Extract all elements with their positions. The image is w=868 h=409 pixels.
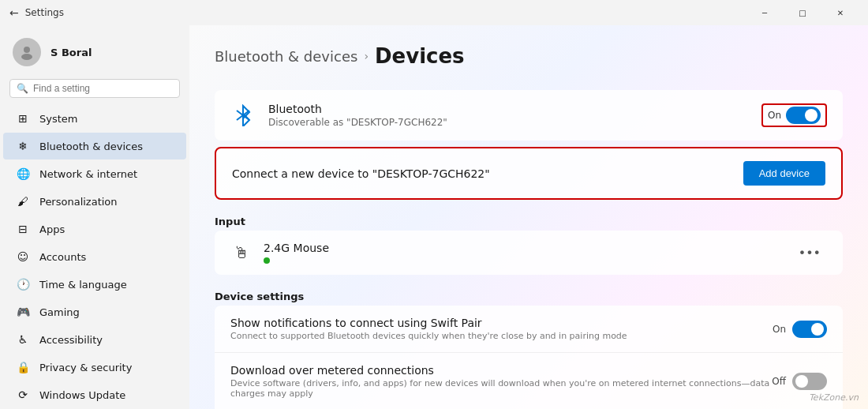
user-name: S Boral [51,47,92,58]
content-area: Bluetooth & devices › Devices Bluetooth … [189,25,868,409]
titlebar-controls: ─ □ ✕ [746,0,859,25]
swift-pair-toggle[interactable] [792,321,827,338]
network-icon: 🌐 [16,167,30,181]
sidebar-item-label-accessibility: Accessibility [39,334,103,346]
device-name: 2.4G Mouse [264,242,781,254]
search-box[interactable]: 🔍 [9,79,180,98]
bluetooth-icon: ❄ [16,139,30,153]
close-button[interactable]: ✕ [822,0,859,25]
sidebar-item-label-personalization: Personalization [39,196,118,208]
bluetooth-icon [230,103,256,128]
sidebar-item-time[interactable]: 🕐Time & language [3,271,186,298]
maximize-button[interactable]: □ [784,0,821,25]
swift-pair-control[interactable]: On [773,321,827,338]
add-device-button[interactable]: Add device [743,161,825,186]
breadcrumb: Bluetooth & devices › Devices [215,44,843,68]
metered-desc: Device software (drivers, info, and apps… [230,378,772,399]
bluetooth-info: Bluetooth Discoverable as "DESKTOP-7GCH6… [268,103,749,128]
titlebar: ← Settings ─ □ ✕ [0,0,868,25]
privacy-icon: 🔒 [16,360,30,374]
bluetooth-toggle-container[interactable]: On [761,103,827,127]
sidebar-item-label-apps: Apps [39,223,65,235]
sidebar-item-label-system: System [39,113,77,125]
swift-pair-title: Show notifications to connect using Swif… [230,317,773,329]
system-icon: ⊞ [16,111,30,126]
gaming-icon: 🎮 [16,305,30,319]
bluetooth-toggle[interactable] [786,107,821,124]
sidebar-item-personalization[interactable]: 🖌Personalization [3,188,186,215]
sidebar: S Boral 🔍 ⊞System❄Bluetooth & devices🌐Ne… [0,25,189,409]
sidebar-item-system[interactable]: ⊞System [3,105,186,132]
sidebar-item-privacy[interactable]: 🔒Privacy & security [3,354,186,381]
main-layout: S Boral 🔍 ⊞System❄Bluetooth & devices🌐Ne… [0,25,868,409]
sidebar-item-network[interactable]: 🌐Network & internet [3,160,186,187]
sidebar-item-bluetooth[interactable]: ❄Bluetooth & devices [3,133,186,159]
breadcrumb-separator: › [364,50,369,62]
sidebar-item-gaming[interactable]: 🎮Gaming [3,298,186,325]
sidebar-item-apps[interactable]: ⊟Apps [3,216,186,242]
mouse-icon: 🖱 [230,242,253,264]
sidebar-item-label-network: Network & internet [39,168,137,180]
svg-point-1 [21,54,32,60]
device-status-dot [264,257,270,264]
titlebar-left: ← Settings [9,6,64,19]
sidebar-item-accounts[interactable]: ☺Accounts [3,243,186,270]
input-section-header: Input [215,216,843,227]
sidebar-item-label-gaming: Gaming [39,306,80,318]
avatar [13,38,41,66]
watermark: TekZone.vn [809,392,859,403]
accounts-icon: ☺ [16,250,30,264]
minimize-button[interactable]: ─ [746,0,783,25]
bluetooth-card: Bluetooth Discoverable as "DESKTOP-7GCH6… [215,90,843,141]
metered-info: Download over metered connections Device… [230,364,772,399]
metered-toggle-label: Off [772,376,786,387]
device-more-button[interactable]: ••• [792,242,827,264]
device-settings-section: Show notifications to connect using Swif… [215,306,843,409]
swift-pair-toggle-label: On [773,324,786,335]
swift-pair-info: Show notifications to connect using Swif… [230,317,773,341]
swift-pair-desc: Connect to supported Bluetooth devices q… [230,331,773,341]
sidebar-item-label-bluetooth: Bluetooth & devices [39,141,143,152]
breadcrumb-current: Devices [375,44,465,68]
apps-icon: ⊟ [16,222,30,236]
user-profile[interactable]: S Boral [0,32,189,79]
metered-title: Download over metered connections [230,364,772,377]
time-icon: 🕐 [16,277,30,291]
breadcrumb-parent[interactable]: Bluetooth & devices [215,48,357,65]
search-icon: 🔍 [17,83,28,94]
personalization-icon: 🖌 [16,194,30,208]
device-card: 🖱 2.4G Mouse ••• [215,231,843,275]
sidebar-item-update[interactable]: ⟳Windows Update [3,381,186,408]
swift-pair-row: Show notifications to connect using Swif… [215,306,843,353]
update-icon: ⟳ [16,388,30,402]
search-input[interactable] [33,83,173,94]
titlebar-title: Settings [25,7,64,18]
device-info: 2.4G Mouse [264,242,781,264]
sidebar-item-label-accounts: Accounts [39,251,86,263]
back-button[interactable]: ← [9,6,19,19]
device-settings-header: Device settings [215,291,843,302]
metered-row: Download over metered connections Device… [215,353,843,409]
svg-point-0 [24,47,30,53]
metered-control[interactable]: Off [772,373,827,390]
accessibility-icon: ♿ [16,332,30,347]
bluetooth-title: Bluetooth [268,103,749,115]
sidebar-item-label-update: Windows Update [39,389,125,401]
bluetooth-toggle-label: On [768,110,781,121]
sidebar-item-accessibility[interactable]: ♿Accessibility [3,326,186,353]
add-device-card: Connect a new device to "DESKTOP-7GCH622… [215,147,843,200]
sidebar-nav: ⊞System❄Bluetooth & devices🌐Network & in… [0,104,189,409]
bluetooth-subtitle: Discoverable as "DESKTOP-7GCH622" [268,117,749,128]
metered-toggle[interactable] [792,373,827,390]
add-device-text: Connect a new device to "DESKTOP-7GCH622… [232,167,743,180]
sidebar-item-label-privacy: Privacy & security [39,362,132,373]
sidebar-item-label-time: Time & language [39,279,127,291]
